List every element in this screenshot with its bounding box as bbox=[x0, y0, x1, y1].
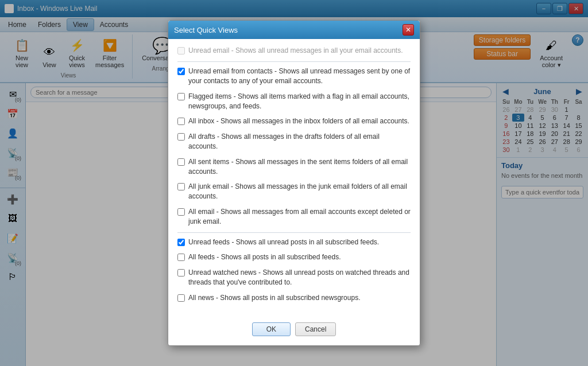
checkbox-all-sent[interactable] bbox=[177, 158, 185, 166]
checkbox-all-feeds[interactable] bbox=[177, 254, 185, 261]
divider-2 bbox=[177, 232, 411, 233]
check-item-all-inbox: All inbox - Shows all messages in the in… bbox=[177, 116, 411, 126]
checkbox-unread-news[interactable] bbox=[177, 269, 185, 277]
select-quick-views-dialog: Select Quick Views ✕ Unread email - Show… bbox=[168, 20, 420, 345]
divider-1 bbox=[177, 61, 411, 62]
modal-overlay: Select Quick Views ✕ Unread email - Show… bbox=[0, 0, 588, 366]
label-all-inbox: All inbox - Shows all messages in the in… bbox=[188, 116, 409, 126]
checkbox-all-email[interactable] bbox=[177, 208, 185, 216]
label-unread-contacts: Unread email from contacts - Shows all u… bbox=[188, 67, 411, 86]
checkbox-all-news[interactable] bbox=[177, 294, 185, 302]
label-flagged: Flagged items - Shows all items marked w… bbox=[188, 92, 411, 111]
modal-titlebar: Select Quick Views ✕ bbox=[168, 21, 420, 39]
check-item-unread-feeds: Unread feeds - Shows all unread posts in… bbox=[177, 237, 411, 247]
check-item-unread-news: Unread watched news - Shows all unread p… bbox=[177, 268, 411, 287]
label-all-email: All email - Shows all messages from all … bbox=[188, 207, 411, 227]
checkbox-unread-email[interactable] bbox=[177, 47, 185, 54]
label-all-junk: All junk email - Shows all messages in t… bbox=[188, 182, 411, 201]
checkbox-all-drafts[interactable] bbox=[177, 133, 185, 141]
label-all-sent: All sent items - Shows all messages in t… bbox=[188, 157, 411, 177]
checkbox-all-junk[interactable] bbox=[177, 183, 185, 190]
check-item-all-sent: All sent items - Shows all messages in t… bbox=[177, 157, 411, 177]
check-item-all-news: All news - Shows all posts in all subscr… bbox=[177, 293, 411, 303]
check-item-flagged: Flagged items - Shows all items marked w… bbox=[177, 92, 411, 111]
modal-close-button[interactable]: ✕ bbox=[403, 24, 414, 36]
label-all-drafts: All drafts - Shows all messages in the d… bbox=[188, 132, 411, 151]
check-item-unread-contacts: Unread email from contacts - Shows all u… bbox=[177, 67, 411, 86]
check-item-all-email: All email - Shows all messages from all … bbox=[177, 207, 411, 227]
modal-footer: OK Cancel bbox=[168, 316, 420, 345]
label-unread-news: Unread watched news - Shows all unread p… bbox=[188, 268, 411, 287]
cancel-button[interactable]: Cancel bbox=[295, 322, 336, 336]
checkbox-all-inbox[interactable] bbox=[177, 118, 185, 125]
checkbox-unread-contacts[interactable] bbox=[177, 68, 185, 75]
modal-title: Select Quick Views bbox=[174, 26, 403, 34]
check-item-all-junk: All junk email - Shows all messages in t… bbox=[177, 182, 411, 201]
label-unread-feeds: Unread feeds - Shows all unread posts in… bbox=[188, 237, 379, 247]
check-item-all-feeds: All feeds - Shows all posts in all subsc… bbox=[177, 252, 411, 262]
ok-button[interactable]: OK bbox=[252, 322, 291, 336]
check-item-unread-email: Unread email - Shows all unread messages… bbox=[177, 46, 411, 56]
check-item-all-drafts: All drafts - Shows all messages in the d… bbox=[177, 132, 411, 151]
checkbox-unread-feeds[interactable] bbox=[177, 239, 185, 246]
checkbox-flagged[interactable] bbox=[177, 93, 185, 100]
label-all-feeds: All feeds - Shows all posts in all subsc… bbox=[188, 252, 341, 262]
label-unread-email: Unread email - Shows all unread messages… bbox=[188, 46, 403, 56]
label-all-news: All news - Shows all posts in all subscr… bbox=[188, 293, 360, 303]
modal-body: Unread email - Shows all unread messages… bbox=[168, 39, 420, 315]
